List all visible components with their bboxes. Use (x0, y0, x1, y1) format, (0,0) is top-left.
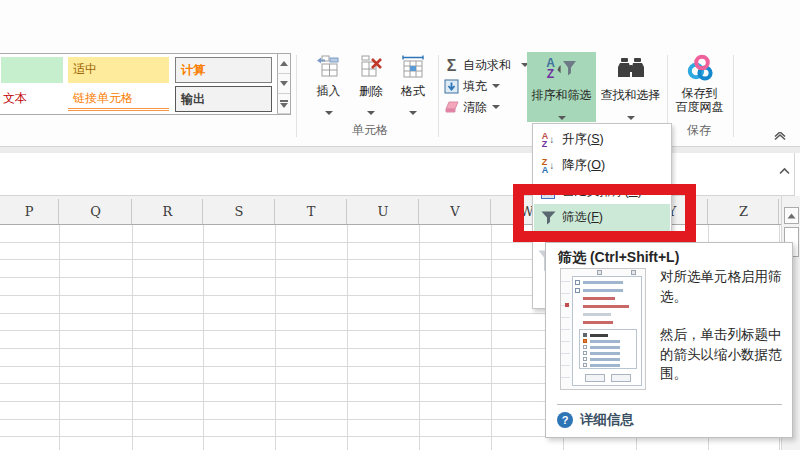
gallery-scroll-up-button[interactable] (277, 54, 290, 74)
column-header-S[interactable]: S (204, 199, 275, 224)
column-header-V[interactable]: V (420, 199, 491, 224)
dropdown-caret (627, 116, 635, 120)
column-header-R[interactable]: R (133, 199, 203, 224)
mini-filter-menu (572, 276, 642, 386)
tooltip-divider (557, 404, 782, 405)
fill-button[interactable]: 填充 (443, 77, 500, 95)
tooltip-footer: ? 详细信息 (557, 411, 634, 429)
group-divider (438, 55, 439, 137)
sort-ascending-icon: A Z ↓ (539, 132, 557, 148)
scroll-up-button[interactable] (784, 207, 799, 224)
fill-down-icon (443, 78, 460, 94)
chevron-up-icon (778, 167, 791, 175)
insert-button[interactable]: 插入 (306, 52, 351, 122)
mini-ok-button (585, 374, 605, 382)
triangle-up-icon (280, 61, 288, 66)
baidu-netdisk-icon (670, 52, 729, 84)
save-group-label: 保存 (664, 122, 734, 139)
menu-item-sort-descending[interactable]: Z A ↓ 降序(O) (534, 153, 670, 178)
style-linked-cell[interactable]: 链接单元格 (68, 86, 169, 111)
more-styles-icon (280, 100, 288, 102)
style-calculation[interactable]: 计算 (175, 57, 272, 83)
dropdown-caret (409, 111, 417, 115)
style-neutral[interactable]: 适中 (68, 57, 169, 83)
eraser-icon (443, 99, 460, 115)
formula-bar-expand-button[interactable] (778, 161, 791, 179)
filter-tooltip: 筛选 (Ctrl+Shift+L) (545, 242, 793, 438)
column-header-Z[interactable]: Z (709, 199, 779, 224)
find-select-button[interactable]: 查找和选择 (596, 52, 665, 122)
autosum-sigma-icon: Σ (447, 58, 457, 73)
style-good-swatch[interactable] (1, 57, 63, 83)
triangle-down-icon (280, 81, 288, 86)
collapse-ribbon-button[interactable] (773, 127, 793, 141)
dropdown-caret (325, 111, 333, 115)
style-output[interactable]: 输出 (175, 86, 272, 112)
column-header-U[interactable]: U (348, 199, 419, 224)
tooltip-body: 对所选单元格启用筛选。 然后，单击列标题中的箭头以缩小数据范围。 (660, 267, 790, 403)
mini-checkbox-list (579, 329, 637, 369)
mini-cancel-button (611, 374, 631, 382)
save-to-baidu-button[interactable]: 保存到 百度网盘 (670, 52, 729, 122)
tooltip-title: 筛选 (Ctrl+Shift+L) (558, 249, 679, 267)
dropdown-caret (367, 111, 375, 115)
sort-descending-icon: Z A ↓ (539, 158, 557, 174)
question-circle-icon: ? (557, 412, 573, 428)
ribbon: 适中 计算 文本 链接单元格 输出 (0, 0, 800, 147)
format-button[interactable]: 格式 (392, 52, 434, 122)
funnel-icon (557, 58, 577, 80)
sort-filter-button[interactable]: A Z 排序和筛选 (527, 52, 596, 122)
excel-window: ? 登录 (0, 0, 800, 450)
gallery-more-button[interactable] (277, 94, 290, 114)
cells-group-label: 单元格 (335, 122, 405, 139)
format-cells-icon (392, 52, 434, 82)
triangle-down-icon (280, 103, 288, 108)
binoculars-icon (596, 52, 665, 86)
insert-cells-icon (306, 52, 351, 82)
dropdown-caret (492, 105, 500, 109)
column-header-T[interactable]: T (276, 199, 347, 224)
sort-filter-icon: A Z (527, 52, 596, 86)
dropdown-caret (492, 84, 500, 88)
chevron-up-icon (773, 132, 787, 141)
menu-item-sort-ascending[interactable]: A Z ↓ 升序(S) (534, 127, 670, 152)
cell-styles-gallery: 适中 计算 文本 链接单元格 输出 (0, 53, 291, 115)
gallery-scroll-down-button[interactable] (277, 74, 290, 94)
style-warning-text[interactable]: 文本 (1, 86, 63, 112)
group-divider (733, 55, 734, 137)
delete-button[interactable]: 删除 (350, 52, 392, 122)
column-header-P[interactable]: P (0, 199, 59, 224)
filter-preview-thumbnail (560, 268, 646, 390)
dropdown-caret (558, 116, 566, 120)
tooltip-paragraph-2: 然后，单击列标题中的箭头以缩小数据范围。 (660, 325, 790, 384)
clear-button[interactable]: 清除 (443, 98, 500, 116)
autosum-button[interactable]: Σ 自动求和 (443, 56, 529, 74)
tooltip-paragraph-1: 对所选单元格启用筛选。 (660, 267, 790, 306)
red-annotation-box (513, 184, 696, 242)
group-divider (296, 55, 297, 137)
triangle-up-icon (787, 213, 796, 219)
more-info-link[interactable]: 详细信息 (580, 411, 634, 429)
delete-cells-icon (350, 52, 392, 82)
column-header-Q[interactable]: Q (60, 199, 132, 224)
